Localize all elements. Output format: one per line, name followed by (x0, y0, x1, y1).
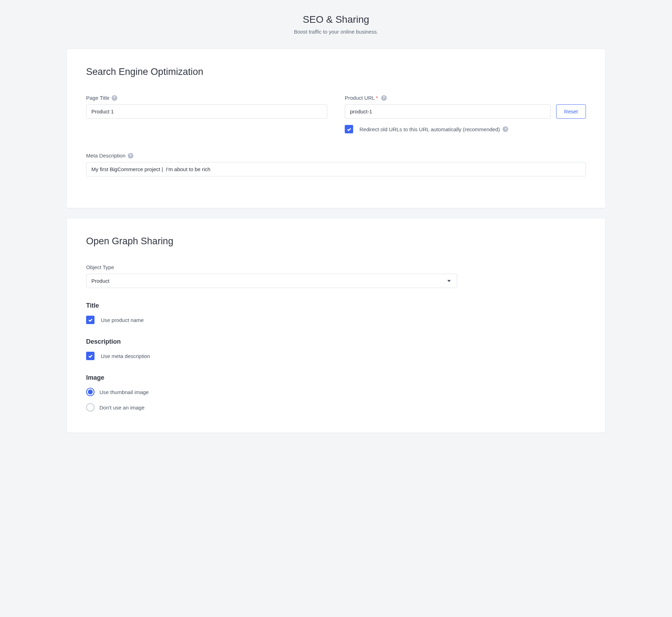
page-title: SEO & Sharing (66, 14, 606, 25)
check-icon (346, 127, 352, 132)
radio-dot (88, 390, 93, 394)
meta-description-label-text: Meta Description (86, 153, 126, 159)
use-product-name-checkbox[interactable] (86, 316, 94, 324)
meta-description-label: Meta Description ? (86, 153, 586, 159)
use-thumbnail-radio[interactable] (86, 388, 94, 396)
use-meta-description-label: Use meta description (101, 353, 150, 359)
help-icon[interactable]: ? (128, 153, 133, 159)
og-description-heading: Description (86, 338, 586, 345)
object-type-label-text: Object Type (86, 264, 114, 270)
reset-button[interactable]: Reset (556, 104, 586, 119)
use-thumbnail-label: Use thumbnail image (99, 389, 149, 395)
product-url-label-text: Product URL (345, 95, 375, 101)
object-type-label: Object Type (86, 264, 586, 270)
page-subtitle: Boost traffic to your online business. (66, 29, 606, 35)
help-icon[interactable]: ? (381, 95, 387, 101)
redirect-checkbox-label: Redirect old URLs to this URL automatica… (359, 126, 500, 132)
opengraph-section-title: Open Graph Sharing (86, 236, 586, 247)
page-title-label-text: Page Title (86, 95, 110, 101)
no-image-label: Don't use an image (99, 405, 145, 411)
product-url-label: Product URL * ? (345, 95, 586, 101)
check-icon (88, 353, 93, 359)
check-icon (88, 317, 93, 323)
required-asterisk: * (376, 95, 378, 101)
redirect-checkbox[interactable] (345, 125, 353, 133)
no-image-radio[interactable] (86, 403, 94, 412)
page-title-input[interactable] (86, 104, 327, 119)
og-image-heading: Image (86, 374, 586, 381)
product-url-input[interactable] (345, 104, 551, 119)
opengraph-card: Open Graph Sharing Object Type Product T… (66, 218, 606, 433)
use-meta-description-checkbox[interactable] (86, 352, 94, 360)
og-title-heading: Title (86, 302, 586, 309)
use-product-name-label: Use product name (101, 317, 144, 323)
help-icon[interactable]: ? (503, 126, 508, 132)
meta-description-input[interactable] (86, 162, 586, 176)
object-type-select[interactable]: Product (86, 274, 457, 288)
help-icon[interactable]: ? (112, 95, 117, 101)
seo-card: Search Engine Optimization Page Title ? … (66, 49, 606, 208)
seo-section-title: Search Engine Optimization (86, 66, 586, 77)
page-title-label: Page Title ? (86, 95, 327, 101)
